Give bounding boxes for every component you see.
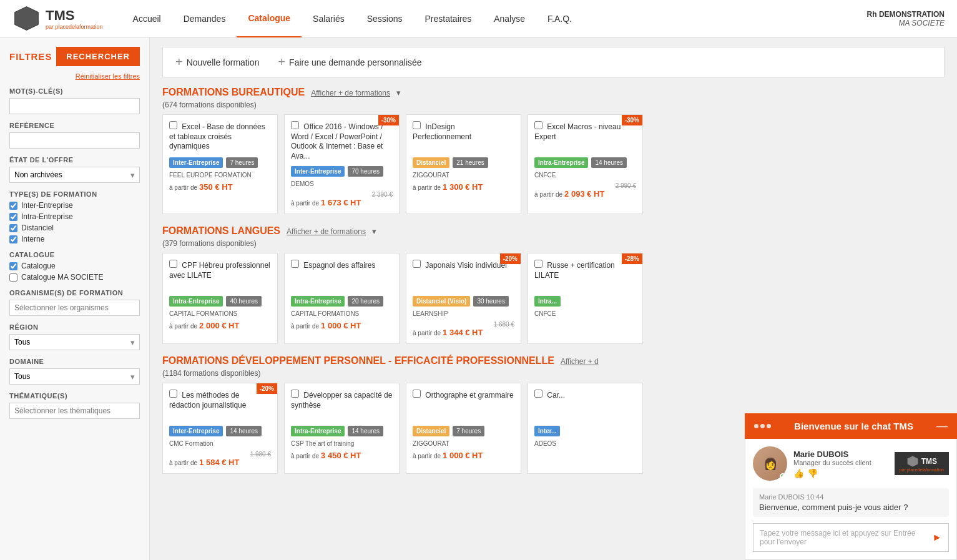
card-hours: 14 heures <box>348 426 383 436</box>
nav-accueil[interactable]: Accueil <box>122 0 172 37</box>
thumbs-down-icon[interactable]: 👎 <box>807 468 818 478</box>
type-interne-checkbox[interactable] <box>9 235 17 243</box>
bureautique-more-link[interactable]: Afficher + de formations <box>311 89 390 97</box>
etat-select[interactable]: Non archivées <box>9 167 140 183</box>
card-select-checkbox[interactable] <box>291 260 299 268</box>
card-tag: Inter-Entreprise <box>291 166 345 177</box>
reference-input[interactable] <box>9 132 140 149</box>
keyword-label: MOT(S)-CLÉ(S) <box>9 87 140 95</box>
card-select-checkbox[interactable] <box>291 121 299 129</box>
card-provider: CAPITAL FORMATIONS <box>291 310 393 317</box>
region-select[interactable]: Tous <box>9 334 140 350</box>
chevron-down-icon: ▾ <box>396 88 401 97</box>
keyword-input[interactable] <box>9 98 140 114</box>
type-distanciel-label: Distanciel <box>21 224 54 232</box>
catalogue-label: CATALOGUE <box>9 251 140 258</box>
card-price: à partir de 350 € HT <box>169 182 271 192</box>
card-select-checkbox[interactable] <box>534 121 542 129</box>
card-excel-base: Excel - Base de données et tableaux croi… <box>162 114 278 214</box>
card-title: Car... <box>534 390 636 421</box>
custom-request-btn[interactable]: + Faire une demande personnalisée <box>278 55 421 69</box>
chat-thumbs: 👍 👎 <box>793 468 888 478</box>
region-wrapper: Tous <box>9 334 140 350</box>
card-title: Russe + certification LILATE <box>534 260 636 291</box>
card-tag-row: Intra-Entreprise 14 heures <box>534 157 636 169</box>
card-select-checkbox[interactable] <box>534 260 542 268</box>
type-inter-checkbox[interactable] <box>9 202 17 210</box>
nav-faq[interactable]: F.A.Q. <box>536 0 583 37</box>
card-select-checkbox[interactable] <box>169 390 177 398</box>
card-select-checkbox[interactable] <box>169 260 177 268</box>
card-title: Orthographe et grammaire <box>413 390 514 421</box>
card-title: Excel Macros - niveau Expert <box>534 121 636 152</box>
nav-salaries[interactable]: Salariés <box>302 0 356 37</box>
chat-input-area[interactable]: Tapez votre message ici et appuyez sur E… <box>753 523 949 552</box>
card-select-checkbox[interactable] <box>534 390 542 398</box>
sidebar-header: FILTRES RECHERCHER <box>9 47 140 66</box>
nav-demandes[interactable]: Demandes <box>172 0 237 37</box>
region-label: RÉGION <box>9 323 140 331</box>
nav-prestataires[interactable]: Prestataires <box>414 0 483 37</box>
card-title: CPF Hébreu professionnel avec LILATE <box>169 260 271 291</box>
catalogue-checkbox[interactable] <box>9 262 17 270</box>
type-distanciel-checkbox[interactable] <box>9 224 17 232</box>
dev-perso-count: (1184 formations disponibles) <box>162 369 945 378</box>
langues-more-link[interactable]: Afficher + de formations <box>287 227 366 236</box>
online-indicator <box>780 473 786 479</box>
dot-2 <box>760 424 765 428</box>
card-title: Office 2016 - Windows / Word / Excel / P… <box>291 121 393 161</box>
section-dev-perso-title: FORMATIONS DÉVELOPPEMENT PERSONNEL - EFF… <box>162 355 554 366</box>
reset-filters-link[interactable]: Réinitialiser les filtres <box>9 72 140 80</box>
card-russe: -28% Russe + certification LILATE Intra.… <box>528 253 643 344</box>
plus-icon-2: + <box>278 55 285 69</box>
card-price: 1 680 € à partir de 1 344 € HT <box>413 321 514 337</box>
etat-wrapper: Non archivées <box>9 167 140 183</box>
thematique-input[interactable] <box>9 403 140 419</box>
dev-perso-more-link[interactable]: Afficher + d <box>561 357 599 366</box>
types-label: TYPE(S) DE FORMATION <box>9 190 140 198</box>
card-price: à partir de 1 000 € HT <box>291 321 393 330</box>
domaine-label: DOMAINE <box>9 358 140 365</box>
nav-sessions[interactable]: Sessions <box>356 0 414 37</box>
card-indesign: InDesign Perfectionnement Distanciel 21 … <box>406 114 521 214</box>
chat-header: Bienvenue sur le chat TMS — <box>745 413 957 439</box>
nav-analyse[interactable]: Analyse <box>483 0 536 37</box>
card-select-checkbox[interactable] <box>169 121 177 129</box>
chat-minimize-button[interactable]: — <box>936 420 948 433</box>
card-provider: CAPITAL FORMATIONS <box>169 310 271 317</box>
langues-cards: CPF Hébreu professionnel avec LILATE Int… <box>162 253 945 344</box>
catalogue-masociete-checkbox[interactable] <box>9 273 17 282</box>
domaine-select[interactable]: Tous <box>9 368 140 385</box>
section-bureautique-title: FORMATIONS BUREAUTIQUE <box>162 87 305 98</box>
card-provider: CSP The art of training <box>291 440 393 447</box>
card-select-checkbox[interactable] <box>413 260 421 268</box>
card-espagnol: Espagnol des affaires Intra-Entreprise 2… <box>284 253 400 344</box>
card-price: à partir de 3 450 € HT <box>291 451 393 460</box>
user-company: MA SOCIETE <box>867 19 945 27</box>
new-formation-btn[interactable]: + Nouvelle formation <box>175 55 259 69</box>
chat-send-icon[interactable]: ► <box>932 532 942 543</box>
card-select-checkbox[interactable] <box>291 390 299 398</box>
card-select-checkbox[interactable] <box>413 390 421 398</box>
chat-input-placeholder: Tapez votre message ici et appuyez sur E… <box>760 529 932 546</box>
card-tag-row: Intra-Entreprise 14 heures <box>291 426 393 438</box>
nav-catalogue[interactable]: Catalogue <box>237 0 302 37</box>
card-redaction: -20% Les méthodes de rédaction journalis… <box>162 383 278 474</box>
chat-dots <box>754 424 771 428</box>
organisme-input[interactable] <box>9 300 140 316</box>
custom-request-label: Faire une demande personnalisée <box>289 57 421 67</box>
card-select-checkbox[interactable] <box>413 121 421 129</box>
card-tag-row: Intra-Entreprise 40 heures <box>169 296 271 308</box>
filters-title: FILTRES <box>9 51 52 62</box>
card-badge: -20% <box>257 383 277 394</box>
card-provider: CNFCE <box>534 172 636 179</box>
chat-body: 👩 Marie DUBOIS Manager du succès client … <box>745 439 957 560</box>
section-langues-title: FORMATIONS LANGUES <box>162 225 280 237</box>
user-menu[interactable]: Rh DEMONSTRATION MA SOCIETE <box>867 10 945 27</box>
catalogue-label-text: Catalogue <box>21 262 56 270</box>
search-button[interactable]: RECHERCHER <box>56 47 140 66</box>
type-intra-checkbox[interactable] <box>9 213 17 221</box>
thumbs-up-icon[interactable]: 👍 <box>793 468 804 478</box>
user-name: Rh DEMONSTRATION <box>867 10 945 19</box>
card-hours: 20 heures <box>348 296 383 307</box>
